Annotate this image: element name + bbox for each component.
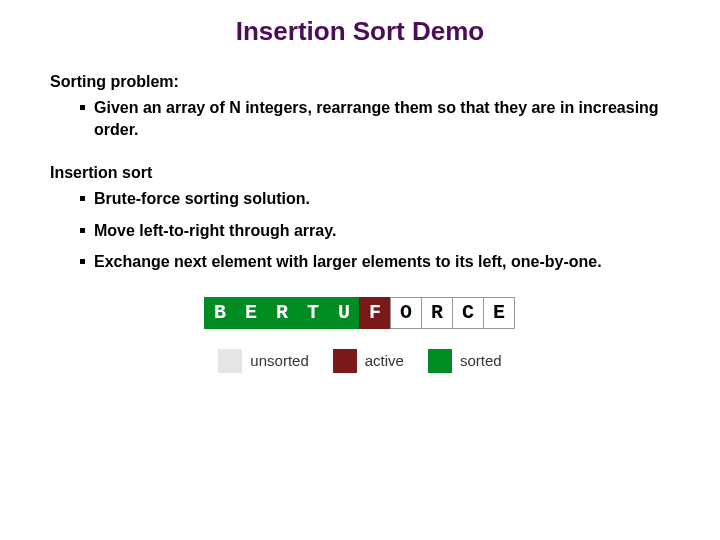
array-cell: R: [266, 297, 298, 329]
slide: Insertion Sort Demo Sorting problem: Giv…: [0, 0, 720, 373]
legend-item-active: active: [333, 349, 404, 373]
legend-label: active: [365, 352, 404, 369]
insertion-bullet: Move left-to-right through array.: [80, 220, 670, 242]
array-cell: E: [483, 297, 515, 329]
slide-title: Insertion Sort Demo: [50, 16, 670, 47]
array-cell: U: [328, 297, 360, 329]
insertion-list: Brute-force sorting solution. Move left-…: [50, 188, 670, 273]
legend: unsorted active sorted: [50, 349, 670, 373]
array-cell: C: [452, 297, 484, 329]
legend-item-unsorted: unsorted: [218, 349, 308, 373]
array-cell: E: [235, 297, 267, 329]
problem-list: Given an array of N integers, rearrange …: [50, 97, 670, 140]
array-cell: B: [204, 297, 236, 329]
array-cell: T: [297, 297, 329, 329]
legend-label: unsorted: [250, 352, 308, 369]
legend-label: sorted: [460, 352, 502, 369]
array-cell: R: [421, 297, 453, 329]
swatch-unsorted-icon: [218, 349, 242, 373]
section-heading-problem: Sorting problem:: [50, 73, 670, 91]
array-cell: F: [359, 297, 391, 329]
section-heading-insertion: Insertion sort: [50, 164, 670, 182]
array-cell: O: [390, 297, 422, 329]
insertion-bullet: Brute-force sorting solution.: [80, 188, 670, 210]
insertion-bullet: Exchange next element with larger elemen…: [80, 251, 670, 273]
problem-bullet: Given an array of N integers, rearrange …: [80, 97, 670, 140]
swatch-sorted-icon: [428, 349, 452, 373]
array-visual: B E R T U F O R C E: [50, 297, 670, 329]
legend-item-sorted: sorted: [428, 349, 502, 373]
swatch-active-icon: [333, 349, 357, 373]
